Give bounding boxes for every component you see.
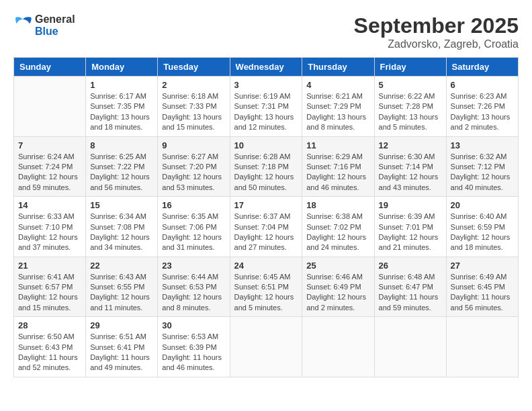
day-info: Sunrise: 6:37 AMSunset: 7:04 PMDaylight:…	[234, 212, 298, 253]
calendar-cell: 10Sunrise: 6:28 AMSunset: 7:18 PMDayligh…	[230, 136, 302, 197]
column-header-friday: Friday	[374, 58, 446, 77]
calendar-cell: 26Sunrise: 6:48 AMSunset: 6:47 PMDayligh…	[374, 257, 446, 317]
calendar-cell	[14, 77, 86, 137]
page-header: General Blue September 2025 Zadvorsko, Z…	[13, 13, 519, 50]
logo-text: General Blue	[35, 13, 75, 38]
day-number: 5	[379, 80, 442, 90]
day-info: Sunrise: 6:46 AMSunset: 6:49 PMDaylight:…	[306, 272, 369, 314]
day-info: Sunrise: 6:50 AMSunset: 6:43 PMDaylight:…	[18, 332, 81, 373]
day-number: 20	[451, 200, 514, 210]
calendar-cell: 21Sunrise: 6:41 AMSunset: 6:57 PMDayligh…	[14, 257, 86, 317]
logo: General Blue	[13, 13, 75, 38]
calendar-cell: 28Sunrise: 6:50 AMSunset: 6:43 PMDayligh…	[14, 317, 86, 377]
day-number: 15	[90, 200, 153, 210]
calendar-week-5: 28Sunrise: 6:50 AMSunset: 6:43 PMDayligh…	[14, 317, 519, 377]
calendar-header-row: SundayMondayTuesdayWednesdayThursdayFrid…	[14, 58, 519, 77]
day-info: Sunrise: 6:33 AMSunset: 7:10 PMDaylight:…	[18, 212, 81, 253]
calendar-cell: 17Sunrise: 6:37 AMSunset: 7:04 PMDayligh…	[230, 197, 302, 257]
day-info: Sunrise: 6:27 AMSunset: 7:20 PMDaylight:…	[162, 152, 225, 193]
calendar-cell: 24Sunrise: 6:45 AMSunset: 6:51 PMDayligh…	[230, 257, 302, 317]
day-info: Sunrise: 6:19 AMSunset: 7:31 PMDaylight:…	[234, 91, 298, 133]
calendar-cell: 8Sunrise: 6:25 AMSunset: 7:22 PMDaylight…	[86, 136, 158, 197]
day-number: 13	[451, 140, 514, 150]
day-number: 2	[162, 80, 225, 90]
calendar-cell: 29Sunrise: 6:51 AMSunset: 6:41 PMDayligh…	[86, 317, 158, 377]
calendar: SundayMondayTuesdayWednesdayThursdayFrid…	[13, 57, 519, 377]
column-header-wednesday: Wednesday	[230, 58, 302, 77]
calendar-cell: 22Sunrise: 6:43 AMSunset: 6:55 PMDayligh…	[86, 257, 158, 317]
day-info: Sunrise: 6:28 AMSunset: 7:18 PMDaylight:…	[234, 152, 298, 193]
day-number: 7	[18, 140, 81, 150]
day-number: 12	[379, 140, 442, 150]
calendar-cell: 4Sunrise: 6:21 AMSunset: 7:29 PMDaylight…	[302, 77, 374, 137]
location: Zadvorsko, Zagreb, Croatia	[354, 38, 519, 50]
calendar-cell: 19Sunrise: 6:39 AMSunset: 7:01 PMDayligh…	[374, 197, 446, 257]
calendar-cell: 13Sunrise: 6:32 AMSunset: 7:12 PMDayligh…	[446, 136, 518, 197]
day-number: 22	[90, 261, 153, 271]
logo-icon	[13, 16, 32, 35]
calendar-cell: 6Sunrise: 6:23 AMSunset: 7:26 PMDaylight…	[446, 77, 518, 137]
day-number: 4	[306, 80, 369, 90]
day-info: Sunrise: 6:45 AMSunset: 6:51 PMDaylight:…	[234, 272, 298, 314]
day-number: 11	[306, 140, 369, 150]
day-number: 23	[162, 261, 225, 271]
day-info: Sunrise: 6:21 AMSunset: 7:29 PMDaylight:…	[306, 91, 369, 133]
day-number: 30	[162, 320, 225, 330]
calendar-cell: 1Sunrise: 6:17 AMSunset: 7:35 PMDaylight…	[86, 77, 158, 137]
day-number: 16	[162, 200, 225, 210]
day-number: 14	[18, 200, 81, 210]
calendar-cell: 9Sunrise: 6:27 AMSunset: 7:20 PMDaylight…	[158, 136, 230, 197]
day-number: 28	[18, 320, 81, 330]
column-header-tuesday: Tuesday	[158, 58, 230, 77]
day-info: Sunrise: 6:49 AMSunset: 6:45 PMDaylight:…	[451, 272, 514, 314]
day-info: Sunrise: 6:34 AMSunset: 7:08 PMDaylight:…	[90, 212, 153, 253]
calendar-cell: 25Sunrise: 6:46 AMSunset: 6:49 PMDayligh…	[302, 257, 374, 317]
day-number: 9	[162, 140, 225, 150]
day-number: 10	[234, 140, 298, 150]
calendar-week-3: 14Sunrise: 6:33 AMSunset: 7:10 PMDayligh…	[14, 197, 519, 257]
day-number: 1	[90, 80, 153, 90]
calendar-cell: 27Sunrise: 6:49 AMSunset: 6:45 PMDayligh…	[446, 257, 518, 317]
calendar-cell	[374, 317, 446, 377]
calendar-cell: 7Sunrise: 6:24 AMSunset: 7:24 PMDaylight…	[14, 136, 86, 197]
day-info: Sunrise: 6:24 AMSunset: 7:24 PMDaylight:…	[18, 152, 81, 193]
calendar-cell	[302, 317, 374, 377]
day-number: 6	[451, 80, 514, 90]
calendar-cell: 2Sunrise: 6:18 AMSunset: 7:33 PMDaylight…	[158, 77, 230, 137]
day-info: Sunrise: 6:17 AMSunset: 7:35 PMDaylight:…	[90, 91, 153, 133]
month-title: September 2025	[354, 13, 519, 38]
day-number: 17	[234, 200, 298, 210]
calendar-cell: 3Sunrise: 6:19 AMSunset: 7:31 PMDaylight…	[230, 77, 302, 137]
calendar-week-4: 21Sunrise: 6:41 AMSunset: 6:57 PMDayligh…	[14, 257, 519, 317]
calendar-cell: 14Sunrise: 6:33 AMSunset: 7:10 PMDayligh…	[14, 197, 86, 257]
day-number: 26	[379, 261, 442, 271]
column-header-saturday: Saturday	[446, 58, 518, 77]
day-info: Sunrise: 6:43 AMSunset: 6:55 PMDaylight:…	[90, 272, 153, 314]
day-number: 3	[234, 80, 298, 90]
calendar-cell: 18Sunrise: 6:38 AMSunset: 7:02 PMDayligh…	[302, 197, 374, 257]
day-info: Sunrise: 6:22 AMSunset: 7:28 PMDaylight:…	[379, 91, 442, 133]
day-info: Sunrise: 6:23 AMSunset: 7:26 PMDaylight:…	[451, 91, 514, 133]
calendar-cell: 11Sunrise: 6:29 AMSunset: 7:16 PMDayligh…	[302, 136, 374, 197]
day-info: Sunrise: 6:53 AMSunset: 6:39 PMDaylight:…	[162, 332, 225, 373]
day-info: Sunrise: 6:32 AMSunset: 7:12 PMDaylight:…	[451, 152, 514, 193]
day-info: Sunrise: 6:25 AMSunset: 7:22 PMDaylight:…	[90, 152, 153, 193]
calendar-week-1: 1Sunrise: 6:17 AMSunset: 7:35 PMDaylight…	[14, 77, 519, 137]
day-info: Sunrise: 6:30 AMSunset: 7:14 PMDaylight:…	[379, 152, 442, 193]
day-info: Sunrise: 6:51 AMSunset: 6:41 PMDaylight:…	[90, 332, 153, 373]
calendar-cell: 15Sunrise: 6:34 AMSunset: 7:08 PMDayligh…	[86, 197, 158, 257]
day-info: Sunrise: 6:41 AMSunset: 6:57 PMDaylight:…	[18, 272, 81, 314]
day-number: 8	[90, 140, 153, 150]
day-info: Sunrise: 6:40 AMSunset: 6:59 PMDaylight:…	[451, 212, 514, 253]
day-info: Sunrise: 6:29 AMSunset: 7:16 PMDaylight:…	[306, 152, 369, 193]
calendar-cell: 20Sunrise: 6:40 AMSunset: 6:59 PMDayligh…	[446, 197, 518, 257]
column-header-thursday: Thursday	[302, 58, 374, 77]
day-info: Sunrise: 6:38 AMSunset: 7:02 PMDaylight:…	[306, 212, 369, 253]
day-number: 25	[306, 261, 369, 271]
title-block: September 2025 Zadvorsko, Zagreb, Croati…	[354, 13, 519, 50]
calendar-week-2: 7Sunrise: 6:24 AMSunset: 7:24 PMDaylight…	[14, 136, 519, 197]
day-number: 27	[451, 261, 514, 271]
day-info: Sunrise: 6:39 AMSunset: 7:01 PMDaylight:…	[379, 212, 442, 253]
day-number: 21	[18, 261, 81, 271]
calendar-cell: 5Sunrise: 6:22 AMSunset: 7:28 PMDaylight…	[374, 77, 446, 137]
